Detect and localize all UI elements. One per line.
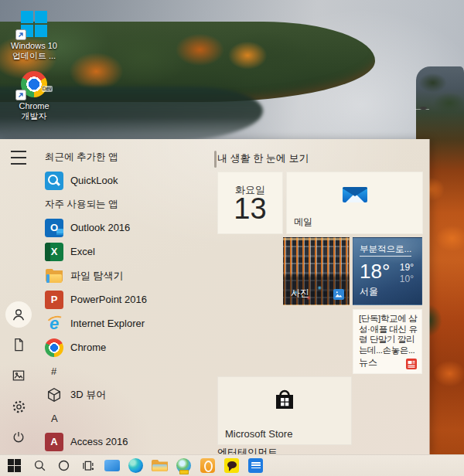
app-list-item-file-explorer[interactable]: 파일 탐색기 bbox=[37, 264, 213, 287]
photos-icon bbox=[333, 289, 344, 300]
app-list: 최근에 추가한 앱 QuickLook 자주 사용되는 앱 O Outlook … bbox=[37, 145, 213, 454]
app-list-item-chrome[interactable]: Chrome bbox=[37, 335, 213, 359]
app-label: Excel bbox=[70, 246, 95, 257]
tile-calendar[interactable]: 화요일 13 bbox=[217, 172, 283, 234]
app-label: Outlook 2016 bbox=[70, 222, 130, 233]
taskbar-file-explorer-button[interactable] bbox=[148, 455, 172, 476]
weather-low: 10° bbox=[400, 274, 414, 284]
tile-photos[interactable]: 사진 bbox=[283, 237, 350, 305]
mail-app-icon bbox=[248, 458, 263, 473]
shortcut-arrow-icon bbox=[15, 29, 26, 40]
access-icon: A bbox=[45, 433, 63, 451]
edge-icon bbox=[128, 458, 143, 473]
mail-tile-label: 메일 bbox=[294, 216, 312, 229]
outlook-icon: O bbox=[45, 219, 63, 237]
user-button[interactable] bbox=[9, 305, 28, 324]
chrome-icon bbox=[45, 338, 63, 357]
app-list-scrollbar[interactable] bbox=[214, 151, 217, 168]
shortcut-arrow-icon bbox=[15, 90, 26, 100]
desktop-icon-label-line1: Chrome bbox=[19, 101, 49, 111]
calendar-day: 13 bbox=[218, 192, 282, 226]
taskbar-app-blue-window[interactable] bbox=[100, 455, 124, 476]
kakaotalk-icon bbox=[224, 458, 239, 473]
desktop-icon-chrome-dev[interactable]: Dev Chrome 개발자 bbox=[3, 70, 65, 121]
taskbar-kakaotalk-button[interactable] bbox=[220, 455, 244, 476]
desktop-icon-label: Chrome 개발자 bbox=[19, 101, 49, 121]
power-icon bbox=[11, 430, 26, 445]
menu-icon[interactable] bbox=[11, 151, 26, 165]
section-header-hash: # bbox=[37, 359, 213, 382]
tile-weather[interactable]: 부분적으로... 18° 19° 10° 서울 bbox=[353, 237, 422, 305]
app-list-item-access[interactable]: A Access 2016 bbox=[37, 430, 213, 454]
desktop-icon-label-line1: Windows 10 bbox=[11, 41, 57, 51]
app-list-item-internet-explorer[interactable]: e Internet Explorer bbox=[37, 311, 213, 335]
file-explorer-icon bbox=[152, 459, 168, 472]
photos-tile-label: 사진 bbox=[291, 287, 309, 300]
windows-logo-icon bbox=[8, 459, 21, 472]
app-list-item-powerpoint[interactable]: P PowerPoint 2016 bbox=[37, 287, 213, 311]
tile-mail[interactable]: 메일 bbox=[286, 172, 423, 234]
start-button[interactable] bbox=[0, 455, 28, 476]
orange-app-icon bbox=[200, 458, 215, 473]
documents-button[interactable] bbox=[9, 335, 28, 354]
chrome-dev-icon: Dev bbox=[19, 70, 49, 99]
desktop-icon-label-line2: 개발자 bbox=[19, 111, 49, 121]
weather-condition: 부분적으로... bbox=[360, 243, 411, 257]
news-icon bbox=[406, 359, 417, 369]
news-tile-label: 뉴스 bbox=[359, 356, 377, 369]
document-icon bbox=[11, 337, 26, 352]
excel-glyph: X bbox=[51, 246, 58, 257]
envelope-icon bbox=[341, 183, 369, 205]
taskbar-edge-button[interactable] bbox=[124, 455, 148, 476]
taskbar-cam-app-button[interactable] bbox=[172, 455, 196, 476]
taskbar-cortana-button[interactable] bbox=[52, 455, 76, 476]
app-label: PowerPoint 2016 bbox=[70, 294, 147, 305]
taskbar-orange-app-button[interactable] bbox=[196, 455, 220, 476]
blue-window-icon bbox=[104, 460, 120, 471]
app-list-item-outlook[interactable]: O Outlook 2016 bbox=[37, 216, 213, 240]
power-button[interactable] bbox=[9, 428, 28, 447]
internet-explorer-icon: e bbox=[45, 314, 63, 333]
dev-badge: Dev bbox=[42, 86, 53, 92]
weather-high: 19° bbox=[400, 262, 414, 273]
section-header-frequent: 자주 사용되는 앱 bbox=[37, 192, 213, 216]
desktop-icon-windows-update[interactable]: Windows 10 업데이트 ... bbox=[3, 9, 65, 61]
access-glyph: A bbox=[50, 436, 57, 447]
pictures-button[interactable] bbox=[9, 366, 28, 385]
taskbar-mail-app-button[interactable] bbox=[244, 455, 268, 476]
tile-group-header-entertainment: 엔터테인먼트 bbox=[217, 446, 278, 454]
shopping-bag-icon bbox=[271, 388, 299, 411]
taskbar-search-button[interactable] bbox=[28, 455, 52, 476]
app-list-item-3d-viewer[interactable]: 3D 뷰어 bbox=[37, 382, 213, 406]
app-list-item-quicklook[interactable]: QuickLook bbox=[37, 168, 213, 192]
weather-temp: 18° bbox=[360, 260, 390, 284]
quicklook-icon bbox=[45, 172, 63, 190]
news-headline: [단독]학교에 삼성·애플 대신 유령 단말기 깔리는데...손놓은... bbox=[359, 314, 419, 359]
powerpoint-glyph: P bbox=[51, 294, 58, 305]
settings-button[interactable] bbox=[9, 397, 28, 416]
task-view-icon bbox=[80, 458, 95, 473]
app-list-item-excel[interactable]: X Excel bbox=[37, 240, 213, 264]
section-header-recent: 최근에 추가한 앱 bbox=[37, 145, 213, 168]
taskbar-task-view-button[interactable] bbox=[76, 455, 100, 476]
file-explorer-icon bbox=[45, 267, 63, 285]
cortana-circle-icon bbox=[56, 458, 71, 473]
outlook-glyph: O bbox=[50, 222, 58, 233]
user-icon bbox=[10, 306, 27, 323]
app-label: Chrome bbox=[70, 342, 106, 353]
search-icon bbox=[32, 458, 47, 473]
tile-microsoft-store[interactable]: Microsoft Store bbox=[217, 376, 352, 445]
app-label: QuickLook bbox=[70, 175, 118, 186]
ie-glyph: e bbox=[49, 315, 59, 332]
store-tile-label: Microsoft Store bbox=[225, 428, 292, 440]
start-menu: 최근에 추가한 앱 QuickLook 자주 사용되는 앱 O Outlook … bbox=[0, 139, 429, 454]
tile-news[interactable]: [단독]학교에 삼성·애플 대신 유령 단말기 깔리는데...손놓은... 뉴스 bbox=[353, 309, 422, 374]
app-label: Access 2016 bbox=[70, 436, 128, 447]
cube-icon bbox=[45, 386, 63, 404]
app-label: 파일 탐색기 bbox=[70, 269, 124, 283]
app-label: 3D 뷰어 bbox=[70, 388, 106, 402]
weather-city: 서울 bbox=[360, 285, 378, 298]
tile-group-header: 내 생활 한 눈에 보기 bbox=[217, 151, 309, 165]
excel-icon: X bbox=[45, 243, 63, 261]
app-label: Internet Explorer bbox=[70, 318, 145, 329]
